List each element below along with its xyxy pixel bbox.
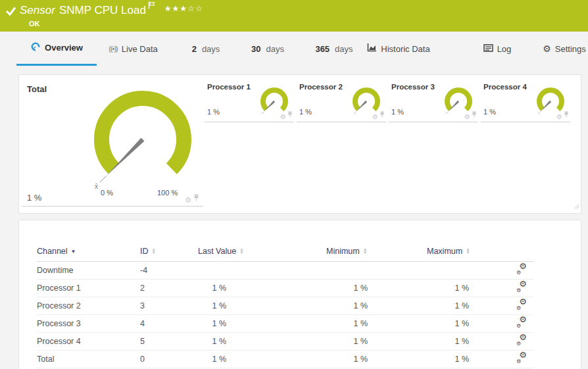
cell-last-value: 1 % [198,314,228,332]
sensor-kind-label: Sensor [20,4,55,17]
tab-365-days[interactable]: 365 days [315,32,353,66]
column-header-last-value[interactable]: Last Value▲▼ [198,241,228,261]
table-row-downtime[interactable]: Downtime -4 ⚙⚙ [37,261,533,279]
cell-id: 4 [140,314,198,332]
pin-icon[interactable] [287,109,293,120]
tab-30-days-number: 30 [251,44,260,54]
cell-id: 2 [140,279,198,297]
total-gauge-title: Total [27,84,47,94]
processor-4-value: 1 % [483,108,496,116]
processor-3-value: 1 % [391,108,404,116]
gear-icon: ⚙ [543,44,551,53]
flag-icon [148,0,155,12]
gauges-card: Total x̄ 0 % 100 % 1 % ⚙ Processor 1 [18,74,581,214]
cell-channel: Processor 4 [37,332,140,350]
tab-log-label: Log [497,44,512,54]
column-header-last-value-label: Last Value [198,247,236,256]
sensor-header: Sensor SNMP CPU Load ★★★☆☆ OK [0,0,588,32]
table-row-processor-2[interactable]: Processor 2 3 1 % 1 % 1 % ⚙⚙ [37,297,533,314]
table-row-total[interactable]: Total 0 1 % 1 % 1 % ⚙⚙ [37,350,533,368]
channel-settings-icon[interactable]: ⚙⚙ [516,335,527,345]
cell-last-value [198,261,228,279]
tab-bar: Overview ((•)) Live Data 2 days 30 days … [0,32,588,67]
cell-maximum: 1 % [427,332,478,350]
column-header-id-label: ID [140,247,149,256]
tab-live-data-label: Live Data [122,44,158,54]
processor-1-value: 1 % [207,108,220,116]
tab-settings-label: Settings [555,44,586,54]
cell-id: 0 [140,350,198,368]
processor-3-title: Processor 3 [391,83,435,91]
tab-2-days[interactable]: 2 days [189,32,222,66]
tab-settings[interactable]: ⚙ Settings [541,32,588,66]
tab-30-days[interactable]: 30 days [251,32,285,66]
tab-overview-label: Overview [45,43,83,53]
cell-last-value: 1 % [198,297,228,314]
channel-settings-icon[interactable]: ⚙⚙ [516,318,527,327]
total-gauge: x̄ [87,87,199,192]
panel-gear-icon[interactable]: ⚙ [556,114,562,120]
cell-maximum [427,261,478,279]
column-header-maximum-label: Maximum [427,247,462,256]
column-header-channel[interactable]: Channel▼ [37,241,140,261]
channel-settings-icon[interactable]: ⚙⚙ [516,353,527,362]
live-data-icon: ((•)) [109,45,118,53]
channel-settings-icon[interactable]: ⚙⚙ [516,264,527,274]
cell-minimum [326,261,376,279]
table-row-processor-3[interactable]: Processor 3 4 1 % 1 % 1 % ⚙⚙ [37,314,533,332]
table-row-processor-4[interactable]: Processor 4 5 1 % 1 % 1 % ⚙⚙ [37,332,533,350]
cell-last-value: 1 % [198,350,228,368]
channel-table-card: Channel▼ ID▲▼ Last Value▲▼ Minimum▲▼ Max… [18,220,581,369]
total-gauge-value: 1 % [27,193,41,203]
tab-30-days-unit: days [266,44,284,54]
tab-live-data[interactable]: ((•)) Live Data [105,32,161,66]
cell-id: -4 [140,261,198,279]
cell-id: 3 [140,297,198,314]
sort-icon: ▲▼ [363,247,367,254]
cell-maximum: 1 % [427,314,478,332]
cell-last-value: 1 % [198,279,228,297]
cell-minimum: 1 % [326,279,376,297]
tab-365-days-number: 365 [315,44,330,54]
processor-4-title: Processor 4 [483,83,527,91]
log-icon [483,44,493,54]
pin-icon[interactable] [380,109,385,120]
column-header-minimum-label: Minimum [326,247,360,256]
tab-historic-data[interactable]: Historic Data [366,32,431,66]
sort-icon: ▲▼ [239,247,243,254]
cell-channel: Total [37,350,140,368]
processor-1-title: Processor 1 [207,83,251,91]
pin-icon[interactable] [564,109,569,120]
cell-channel: Processor 2 [37,297,140,314]
channel-settings-icon[interactable]: ⚙⚙ [516,282,527,291]
pin-icon[interactable] [193,192,199,204]
pin-icon[interactable] [472,109,477,120]
column-header-channel-label: Channel [37,247,68,256]
panel-gear-icon[interactable]: ⚙ [185,197,191,204]
column-header-id[interactable]: ID▲▼ [140,241,198,261]
panel-gear-icon[interactable]: ⚙ [280,114,286,120]
tab-historic-data-label: Historic Data [381,44,429,54]
priority-stars[interactable]: ★★★☆☆ [164,4,203,13]
panel-gear-icon[interactable]: ⚙ [372,114,378,120]
column-header-minimum[interactable]: Minimum▲▼ [326,241,376,261]
total-gauge-panel: Total x̄ 0 % 100 % 1 % ⚙ [22,76,203,207]
cell-channel: Processor 1 [37,279,140,297]
processor-1-gauge-panel: Processor 1 1 % ⚙ [205,76,294,122]
cell-channel: Downtime [37,261,140,279]
resize-handle-icon[interactable] [574,200,579,212]
sort-icon: ▲▼ [152,247,156,254]
channel-settings-icon[interactable]: ⚙⚙ [516,300,527,309]
column-spacer [376,241,427,261]
status-check-icon [5,6,16,19]
panel-gear-icon[interactable]: ⚙ [464,114,470,120]
table-header-row: Channel▼ ID▲▼ Last Value▲▼ Minimum▲▼ Max… [37,241,533,261]
table-row-processor-1[interactable]: Processor 1 2 1 % 1 % 1 % ⚙⚙ [37,279,533,297]
processor-4-gauge-panel: Processor 4 1 % ⚙ [481,76,570,122]
column-header-maximum[interactable]: Maximum▲▼ [427,241,478,261]
cell-minimum: 1 % [326,314,376,332]
tab-overview[interactable]: Overview [16,32,97,66]
processor-2-gauge-panel: Processor 2 1 % ⚙ [297,76,386,122]
stars-filled: ★★★ [164,4,187,13]
tab-log[interactable]: Log [481,32,514,66]
